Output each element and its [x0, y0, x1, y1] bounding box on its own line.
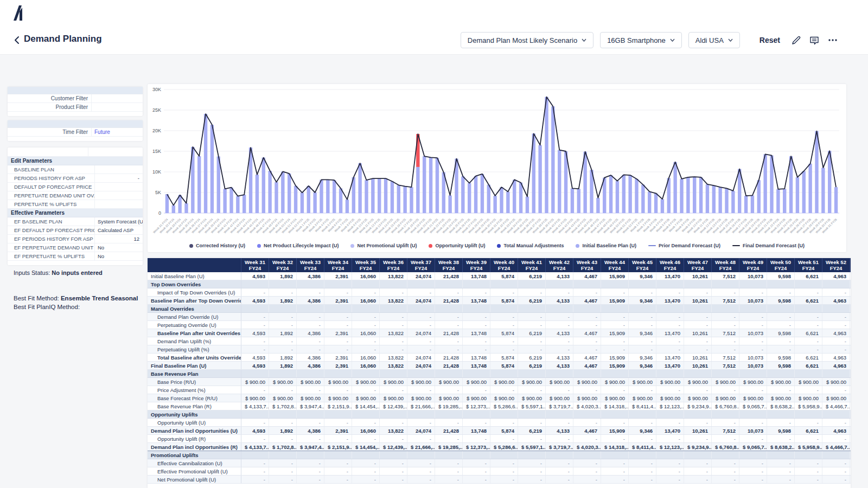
week-column-header[interactable]: Week 34FY24: [324, 258, 352, 272]
grid-cell[interactable]: 10,261: [684, 354, 712, 362]
grid-cell[interactable]: -: [380, 288, 407, 297]
grid-cell[interactable]: -: [573, 467, 601, 476]
grid-cell[interactable]: -: [684, 345, 712, 354]
grid-cell[interactable]: 4,593: [241, 329, 269, 337]
grid-cell[interactable]: -: [297, 345, 324, 354]
effective-param-value-cell[interactable]: System Forecast (U): [94, 217, 143, 226]
grid-cell[interactable]: -: [629, 386, 656, 394]
grid-cell[interactable]: 13,748: [463, 329, 490, 337]
grid-cell[interactable]: -: [324, 419, 352, 427]
grid-cell[interactable]: -: [297, 459, 324, 467]
grid-cell[interactable]: -: [435, 419, 463, 427]
grid-cell[interactable]: -: [573, 321, 601, 329]
grid-cell[interactable]: $ 14,318,...: [601, 402, 629, 410]
grid-cell[interactable]: $ 12,123,...: [656, 402, 684, 410]
grid-cell[interactable]: $ 900.00: [767, 394, 795, 402]
grid-cell[interactable]: $ 12,439,...: [380, 443, 407, 451]
grid-cell[interactable]: 2,391: [324, 272, 352, 280]
grid-cell[interactable]: -: [684, 435, 712, 443]
grid-cell[interactable]: -: [324, 337, 352, 345]
grid-cell[interactable]: -: [518, 435, 546, 443]
grid-cell[interactable]: 15,909: [601, 427, 629, 435]
grid-cell[interactable]: -: [629, 476, 656, 484]
grid-cell[interactable]: $ 900.00: [435, 394, 463, 402]
grid-cell[interactable]: -: [601, 288, 629, 297]
grid-cell[interactable]: -: [435, 313, 463, 321]
grid-cell[interactable]: -: [850, 467, 851, 476]
grid-cell[interactable]: -: [739, 288, 767, 297]
grid-cell[interactable]: -: [269, 313, 297, 321]
grid-cell[interactable]: -: [546, 435, 573, 443]
grid-cell[interactable]: $ 900.00: [490, 378, 518, 386]
grid-cell[interactable]: 16,060: [352, 297, 380, 305]
grid-cell[interactable]: -: [573, 345, 601, 354]
grid-cell[interactable]: -: [380, 386, 407, 394]
grid-cell[interactable]: -: [850, 345, 851, 354]
grid-cell[interactable]: -: [297, 313, 324, 321]
grid-cell[interactable]: -: [435, 321, 463, 329]
grid-cell[interactable]: -: [822, 345, 850, 354]
grid-cell[interactable]: $ 900.00: [463, 394, 490, 402]
grid-cell[interactable]: -: [684, 313, 712, 321]
grid-cell[interactable]: -: [352, 321, 380, 329]
grid-cell[interactable]: 9,598: [767, 297, 795, 305]
grid-cell[interactable]: -: [767, 419, 795, 427]
grid-cell[interactable]: -: [407, 313, 435, 321]
grid-cell[interactable]: -: [490, 321, 518, 329]
grid-cell[interactable]: -: [795, 419, 822, 427]
grid-cell[interactable]: $ 2,151,9...: [324, 443, 352, 451]
grid-cell[interactable]: 7,512: [712, 297, 739, 305]
grid-cell[interactable]: 16,060: [352, 427, 380, 435]
edit-pencil-icon[interactable]: [790, 34, 802, 46]
grid-cell[interactable]: $ 900.00: [297, 378, 324, 386]
week-column-header[interactable]: Week 37FY24: [407, 258, 435, 272]
grid-cell[interactable]: -: [656, 321, 684, 329]
grid-cell[interactable]: 13,822: [380, 272, 407, 280]
grid-cell[interactable]: $ 9,065,7...: [739, 443, 767, 451]
grid-cell[interactable]: -: [795, 435, 822, 443]
grid-cell[interactable]: -: [629, 337, 656, 345]
grid-cell[interactable]: $ 14,454,...: [352, 402, 380, 410]
grid-cell[interactable]: -: [546, 321, 573, 329]
grid-cell[interactable]: 15,909: [601, 362, 629, 370]
grid-cell[interactable]: -: [297, 476, 324, 484]
grid-cell[interactable]: 4,593: [241, 354, 269, 362]
grid-cell[interactable]: 4,963: [822, 272, 850, 280]
grid-cell[interactable]: -: [601, 476, 629, 484]
grid-cell[interactable]: -: [324, 476, 352, 484]
week-column-header[interactable]: Week 33FY24: [297, 258, 324, 272]
grid-cell[interactable]: 4,593: [241, 272, 269, 280]
grid-cell[interactable]: -: [601, 337, 629, 345]
grid-cell[interactable]: $ 900.00: [795, 378, 822, 386]
grid-cell[interactable]: -: [767, 476, 795, 484]
grid-cell[interactable]: $ 4,133,7...: [241, 443, 269, 451]
grid-cell[interactable]: -: [297, 419, 324, 427]
grid-cell[interactable]: -: [739, 419, 767, 427]
reset-button[interactable]: Reset: [756, 35, 783, 45]
grid-cell[interactable]: [850, 272, 851, 280]
grid-cell[interactable]: -: [407, 345, 435, 354]
grid-cell[interactable]: 4,133: [546, 329, 573, 337]
grid-cell[interactable]: 7,512: [712, 427, 739, 435]
grid-cell[interactable]: -: [241, 321, 269, 329]
grid-cell[interactable]: -: [546, 386, 573, 394]
grid-cell[interactable]: 15,909: [601, 329, 629, 337]
grid-cell[interactable]: 4,133: [546, 272, 573, 280]
grid-cell[interactable]: -: [324, 321, 352, 329]
grid-cell[interactable]: -: [656, 386, 684, 394]
grid-cell[interactable]: -: [739, 476, 767, 484]
grid-cell[interactable]: -: [297, 321, 324, 329]
grid-cell[interactable]: 5,874: [490, 297, 518, 305]
grid-cell[interactable]: -: [352, 459, 380, 467]
grid-cell[interactable]: -: [822, 435, 850, 443]
grid-cell[interactable]: 7,512: [712, 362, 739, 370]
grid-cell[interactable]: 1,892: [269, 354, 297, 362]
grid-cell[interactable]: 4,467: [573, 362, 601, 370]
grid-cell[interactable]: -: [546, 337, 573, 345]
grid-cell[interactable]: -: [684, 476, 712, 484]
grid-cell[interactable]: $ 900.00: [269, 378, 297, 386]
grid-cell[interactable]: 10,073: [739, 354, 767, 362]
grid-cell[interactable]: $ 900.00: [822, 378, 850, 386]
grid-cell[interactable]: -: [712, 313, 739, 321]
grid-cell[interactable]: 6,219: [518, 427, 546, 435]
